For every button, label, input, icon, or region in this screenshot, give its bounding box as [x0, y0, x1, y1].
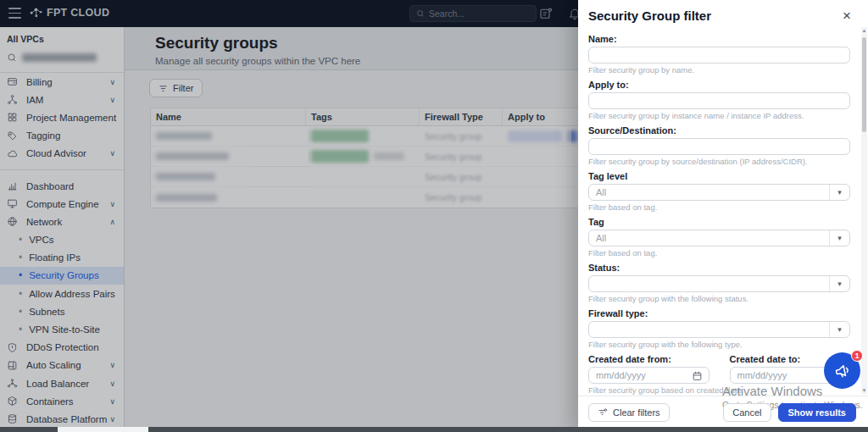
tag-level-placeholder: All — [596, 187, 606, 197]
tag-level-field-help: Filter based on tag. — [588, 202, 850, 213]
scrollbar-thumb[interactable] — [862, 37, 866, 132]
filter-panel-body: Name: Filter security group by name. App… — [588, 27, 850, 396]
source-destination-field-label: Source/Destination: — [588, 125, 850, 136]
clear-filters-button[interactable]: Clear filters — [588, 403, 670, 422]
created-date-row: Created date from: mm/dd/yyyy Created da… — [588, 354, 850, 384]
firewall-type-select[interactable] — [588, 321, 850, 338]
close-icon[interactable] — [839, 8, 854, 24]
notification-badge: 1 — [851, 350, 863, 362]
chevron-down-icon[interactable] — [829, 276, 849, 291]
apply-to-field-label: Apply to: — [588, 80, 850, 91]
tag-field-label: Tag — [588, 217, 850, 228]
created-date-help: Filter security group based on created d… — [588, 385, 850, 396]
tag-placeholder: All — [596, 233, 606, 243]
source-destination-field-help: Filter security group by source/destinat… — [588, 157, 850, 167]
source-destination-field-input[interactable] — [588, 138, 850, 155]
name-field-label: Name: — [588, 34, 850, 45]
calendar-icon[interactable] — [692, 370, 703, 381]
panel-scrollbar[interactable] — [861, 27, 867, 394]
status-field-label: Status: — [588, 263, 850, 274]
name-field-help: Filter security group by name. — [588, 65, 850, 75]
megaphone-icon — [831, 359, 853, 381]
filter-panel-header: Security Group filter — [588, 8, 854, 24]
name-field-input[interactable] — [588, 47, 850, 64]
clear-filter-icon — [598, 407, 608, 418]
firewall-type-field-help: Filter security group with the following… — [588, 340, 850, 350]
apply-to-field-input[interactable] — [588, 92, 850, 109]
modal-dim-overlay[interactable] — [0, 0, 578, 432]
show-results-button[interactable]: Show results — [778, 403, 856, 422]
chevron-down-icon[interactable] — [829, 230, 849, 246]
tag-level-field-label: Tag level — [588, 171, 850, 182]
status-field-help: Filter security group with the following… — [588, 294, 850, 304]
announcements-fab[interactable]: 1 — [824, 352, 860, 389]
tag-select[interactable]: All — [588, 230, 850, 246]
chevron-down-icon[interactable] — [829, 322, 849, 337]
horizontal-scrollbar-thumb[interactable] — [58, 427, 148, 432]
tag-field-help: Filter based on tag. — [588, 248, 850, 258]
scroll-down-icon[interactable] — [861, 388, 867, 393]
created-date-from-input[interactable]: mm/dd/yyyy — [588, 367, 709, 384]
firewall-type-field-label: Firewall type: — [588, 308, 850, 319]
apply-to-field-help: Filter security group by instance name /… — [588, 111, 850, 121]
cancel-button[interactable]: Cancel — [723, 403, 771, 422]
filter-panel-title: Security Group filter — [588, 8, 711, 23]
scroll-up-icon[interactable] — [861, 28, 867, 33]
app-window: FPT CLOUD Search... All VPCs Billing — [0, 0, 868, 432]
created-date-from-label: Created date from: — [588, 354, 709, 365]
chevron-down-icon[interactable] — [829, 185, 849, 200]
tag-level-select[interactable]: All — [588, 184, 850, 201]
status-select[interactable] — [588, 275, 850, 292]
horizontal-scrollbar[interactable] — [0, 427, 868, 432]
